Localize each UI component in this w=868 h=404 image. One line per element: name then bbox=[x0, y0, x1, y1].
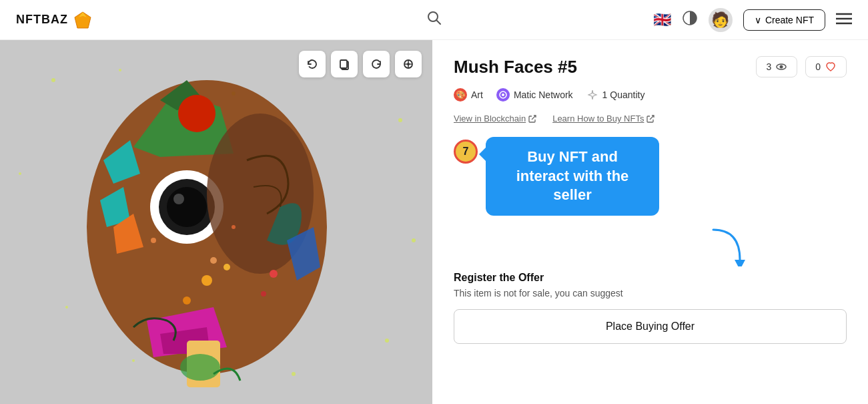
svg-line-57 bbox=[532, 116, 536, 120]
main-content: Mush Faces #5 3 0 🎨 Art bbox=[0, 40, 868, 404]
share-button[interactable] bbox=[395, 51, 422, 77]
rotate-left-button[interactable] bbox=[299, 51, 326, 77]
theme-toggle-icon[interactable] bbox=[682, 10, 698, 29]
svg-point-17 bbox=[65, 306, 68, 309]
title-row: Mush Faces #5 3 0 bbox=[454, 56, 847, 77]
category-label: Art bbox=[471, 89, 483, 100]
create-nft-button[interactable]: ∨ Create NFT bbox=[743, 9, 825, 31]
svg-point-36 bbox=[201, 275, 212, 286]
svg-point-43 bbox=[270, 270, 278, 278]
svg-line-58 bbox=[650, 116, 654, 120]
refresh-button[interactable] bbox=[363, 51, 390, 77]
svg-point-15 bbox=[19, 172, 21, 175]
learn-buy-link[interactable]: Learn How to Buy NFTs bbox=[552, 114, 655, 124]
quantity-item: 1 Quantity bbox=[586, 89, 645, 101]
svg-marker-59 bbox=[735, 260, 745, 266]
logo-icon bbox=[73, 11, 92, 29]
nft-title: Mush Faces #5 bbox=[454, 57, 577, 77]
nft-image-panel bbox=[0, 40, 432, 404]
copy-button[interactable] bbox=[331, 51, 358, 77]
search-area[interactable] bbox=[427, 11, 442, 29]
svg-point-19 bbox=[132, 359, 135, 362]
heart-icon bbox=[825, 61, 837, 73]
nft-artwork bbox=[0, 40, 432, 404]
language-flag-icon[interactable]: 🇬🇧 bbox=[653, 11, 671, 29]
svg-point-44 bbox=[261, 291, 266, 296]
matic-icon bbox=[496, 88, 510, 102]
header: NFTBAZ 🇬🇧 🧑 ∨ Create NFT bbox=[0, 0, 868, 40]
svg-point-31 bbox=[173, 194, 184, 204]
network-item: Matic Network bbox=[496, 88, 573, 102]
nft-artwork-svg bbox=[0, 40, 432, 404]
svg-point-16 bbox=[412, 238, 416, 242]
likes-badge: 0 bbox=[805, 56, 847, 77]
svg-point-20 bbox=[292, 372, 296, 376]
header-right: 🇬🇧 🧑 ∨ Create NFT bbox=[653, 8, 852, 32]
external-link-icon-2 bbox=[646, 115, 655, 123]
image-controls bbox=[299, 51, 422, 77]
register-offer-section: Register the Offer This item is not for … bbox=[454, 272, 847, 344]
links-row: View in Blockchain Learn How to Buy NFTs bbox=[454, 114, 847, 124]
svg-point-14 bbox=[398, 118, 402, 122]
place-buying-offer-button[interactable]: Place Buying Offer bbox=[454, 309, 847, 344]
callout-area: 7 Buy NFT and interact with the seller bbox=[454, 137, 847, 216]
avatar[interactable]: 🧑 bbox=[709, 8, 733, 32]
logo-text: NFTBAZ bbox=[16, 13, 68, 27]
register-desc: This item is not for sale, you can sugge… bbox=[454, 288, 847, 298]
views-badge: 3 bbox=[756, 56, 797, 77]
svg-line-4 bbox=[436, 20, 440, 24]
create-btn-label: Create NFT bbox=[765, 15, 814, 25]
quantity-label: 1 Quantity bbox=[602, 89, 645, 100]
register-title: Register the Offer bbox=[454, 272, 847, 284]
title-badges: 3 0 bbox=[756, 56, 847, 77]
svg-point-10 bbox=[51, 78, 55, 82]
category-item: 🎨 Art bbox=[454, 88, 483, 102]
svg-point-42 bbox=[210, 257, 217, 264]
svg-point-24 bbox=[178, 95, 215, 132]
callout-text: Buy NFT and interact with the seller bbox=[502, 148, 643, 205]
svg-point-40 bbox=[151, 238, 156, 243]
arrow-container bbox=[454, 226, 847, 266]
svg-point-37 bbox=[183, 296, 191, 305]
views-count: 3 bbox=[766, 61, 771, 72]
sparkle-icon bbox=[586, 89, 598, 101]
eye-icon bbox=[775, 61, 787, 73]
hamburger-menu-icon[interactable] bbox=[836, 11, 852, 29]
svg-rect-47 bbox=[340, 60, 347, 68]
create-btn-chevron: ∨ bbox=[755, 15, 761, 25]
logo-area: NFTBAZ bbox=[16, 11, 92, 29]
svg-point-11 bbox=[119, 69, 121, 71]
svg-point-41 bbox=[232, 225, 236, 229]
svg-point-30 bbox=[167, 187, 207, 227]
view-blockchain-link[interactable]: View in Blockchain bbox=[454, 114, 536, 124]
likes-count: 0 bbox=[815, 61, 821, 72]
network-label: Matic Network bbox=[514, 89, 573, 100]
meta-row: 🎨 Art Matic Network 1 Quantity bbox=[454, 88, 847, 102]
arrow-icon bbox=[700, 226, 753, 266]
art-icon: 🎨 bbox=[454, 88, 467, 102]
svg-point-53 bbox=[780, 65, 783, 69]
callout-bubble: Buy NFT and interact with the seller bbox=[486, 137, 659, 216]
nft-detail-panel: Mush Faces #5 3 0 🎨 Art bbox=[432, 40, 868, 404]
svg-point-56 bbox=[502, 93, 504, 96]
svg-point-38 bbox=[224, 264, 230, 270]
svg-point-45 bbox=[180, 354, 220, 381]
search-icon[interactable] bbox=[427, 11, 442, 29]
svg-point-51 bbox=[407, 63, 410, 65]
step-badge: 7 bbox=[454, 140, 478, 164]
external-link-icon bbox=[528, 115, 536, 123]
svg-point-18 bbox=[385, 339, 389, 343]
